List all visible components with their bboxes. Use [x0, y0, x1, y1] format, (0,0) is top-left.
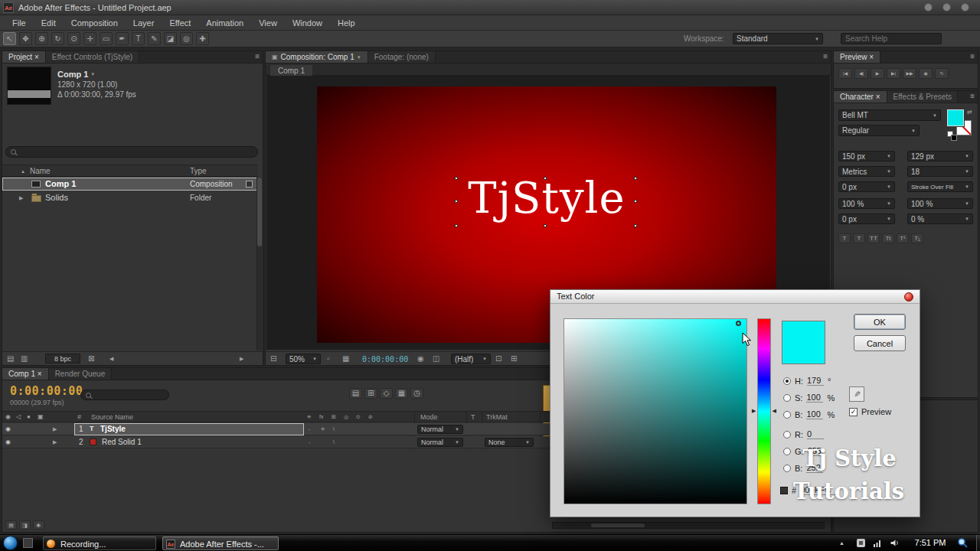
- eye-icon[interactable]: ◉: [5, 439, 11, 445]
- minimize-button[interactable]: [924, 3, 933, 11]
- swap-fill-stroke-icon[interactable]: ⇄: [967, 109, 972, 116]
- volume-icon[interactable]: [890, 538, 900, 548]
- quick-launch-icon[interactable]: [23, 538, 33, 548]
- loop-button[interactable]: ↻: [935, 68, 949, 79]
- grid-icon[interactable]: ▦: [342, 355, 349, 363]
- taskbar-button-recording[interactable]: Recording...: [43, 536, 156, 550]
- taskbar-clock[interactable]: 7:51 PM: [908, 538, 952, 547]
- column-name[interactable]: Name: [30, 167, 51, 175]
- brightness-radio[interactable]: [783, 411, 791, 419]
- network-icon[interactable]: [873, 538, 883, 548]
- timeline-hscrollbar[interactable]: [552, 522, 825, 529]
- column-mode[interactable]: Mode: [420, 413, 438, 421]
- layer-switch-icon[interactable]: \: [333, 439, 335, 445]
- tracking-select[interactable]: 18 ▼: [907, 166, 973, 177]
- menu-window[interactable]: Window: [285, 18, 330, 28]
- layer-color-chip[interactable]: [90, 439, 96, 445]
- puppet-tool-icon[interactable]: ✚: [196, 32, 209, 45]
- scroll-left-icon[interactable]: ◀: [109, 356, 113, 361]
- preview-checkbox[interactable]: ✓: [849, 408, 858, 416]
- viewer-timecode[interactable]: 0:00:00:00: [362, 355, 408, 364]
- selection-handle[interactable]: [634, 177, 637, 180]
- camera-tool-icon[interactable]: ⊙: [67, 32, 80, 45]
- maximize-button[interactable]: [942, 3, 951, 11]
- last-frame-button[interactable]: ▶▶: [903, 68, 916, 79]
- baseline-shift-select[interactable]: 0 px ▼: [838, 214, 895, 224]
- show-desktop-button[interactable]: [976, 535, 980, 551]
- hide-shy-layers-icon[interactable]: ◇: [380, 388, 393, 399]
- blue-radio[interactable]: [783, 465, 791, 472]
- next-frame-button[interactable]: ▶|: [887, 68, 900, 79]
- comp-text[interactable]: TjStyle: [317, 177, 776, 220]
- project-search-field[interactable]: [5, 146, 258, 158]
- tsume-select[interactable]: 0 % ▼: [907, 214, 973, 224]
- tab-composition[interactable]: ▣ Composition: Comp 1 ▼: [266, 51, 368, 63]
- selection-handle[interactable]: [544, 224, 547, 227]
- stroke-width-select[interactable]: 0 px ▼: [838, 181, 895, 192]
- hue-marker-left-icon[interactable]: ▶: [752, 408, 756, 413]
- tab-footage[interactable]: Footage: (none): [368, 51, 436, 63]
- leading-select[interactable]: 129 px ▼: [907, 151, 973, 161]
- font-family-select[interactable]: Bell MT ▼: [838, 109, 941, 121]
- selection-handle[interactable]: [455, 200, 458, 203]
- menu-effect[interactable]: Effect: [162, 18, 198, 28]
- column-source-name[interactable]: Source Name: [91, 413, 133, 421]
- color-field-marker[interactable]: [736, 321, 741, 326]
- selection-tool-icon[interactable]: ↖: [3, 32, 16, 45]
- show-channel-icon[interactable]: ◫: [433, 355, 439, 363]
- hue-radio[interactable]: [783, 377, 791, 385]
- taskbar-button-after-effects[interactable]: Ae Adobe After Effects -...: [162, 536, 279, 550]
- tab-effects-presets[interactable]: Effects & Presets: [887, 91, 958, 103]
- tab-effect-controls[interactable]: Effect Controls (TjStyle): [46, 51, 139, 63]
- faux-italic-button[interactable]: T: [853, 233, 865, 243]
- zoom-tool-icon[interactable]: ⊕: [35, 32, 48, 45]
- previous-frame-button[interactable]: ◀|: [854, 68, 868, 79]
- menu-composition[interactable]: Composition: [64, 18, 126, 28]
- tab-render-queue[interactable]: Render Queue: [49, 368, 113, 380]
- selection-handle[interactable]: [455, 224, 458, 227]
- magnifier-icon[interactable]: [957, 537, 969, 549]
- first-frame-button[interactable]: |◀: [838, 68, 852, 79]
- tab-preview[interactable]: Preview ×: [834, 51, 880, 63]
- vertical-scale-select[interactable]: 100 % ▼: [838, 198, 895, 209]
- scrollbar-thumb[interactable]: [591, 523, 645, 527]
- hue-slider[interactable]: ▶ ◀: [757, 318, 771, 504]
- subscript-button[interactable]: T₁: [911, 233, 923, 243]
- tab-timeline-comp[interactable]: Comp 1 ×: [2, 368, 49, 380]
- expand-inout-button[interactable]: ✚: [33, 520, 44, 530]
- dialog-close-button[interactable]: [904, 292, 913, 302]
- scroll-right-icon[interactable]: ▶: [240, 356, 243, 361]
- tab-character[interactable]: Character ×: [834, 91, 887, 103]
- column-t[interactable]: T: [471, 413, 475, 421]
- panel-menu-icon[interactable]: ≡: [823, 53, 828, 60]
- start-button[interactable]: [3, 536, 18, 550]
- selection-handle[interactable]: [455, 177, 458, 180]
- shape-tool-icon[interactable]: ▭: [100, 32, 113, 45]
- layer-switch-icon[interactable]: -: [309, 439, 310, 445]
- blend-mode-select[interactable]: Normal ▼: [417, 425, 463, 434]
- table-row[interactable]: Comp 1 Composition: [2, 178, 258, 191]
- audio-button[interactable]: ◉: [919, 68, 933, 79]
- motion-blur-icon[interactable]: ◷: [410, 388, 423, 399]
- always-preview-icon[interactable]: ⊟: [270, 355, 276, 363]
- eyedropper-button[interactable]: ✎: [849, 386, 864, 402]
- selection-handle[interactable]: [544, 177, 547, 180]
- column-trkmat[interactable]: TrkMat: [486, 413, 508, 421]
- cancel-button[interactable]: Cancel: [854, 335, 906, 351]
- layer-name-cell[interactable]: 1 T TjStyle: [74, 423, 304, 435]
- tray-app-icon[interactable]: [856, 538, 866, 548]
- pen-tool-icon[interactable]: ✒: [116, 32, 129, 45]
- trash-icon[interactable]: ⊠: [88, 355, 94, 363]
- expand-layers-button[interactable]: ▤: [5, 520, 17, 530]
- draft-3d-icon[interactable]: ⊞: [364, 388, 377, 399]
- bpc-field[interactable]: 8 bpc: [45, 354, 80, 364]
- twirl-icon[interactable]: ▶: [19, 195, 23, 201]
- font-size-select[interactable]: 150 px ▼: [838, 151, 895, 161]
- menu-animation[interactable]: Animation: [198, 18, 251, 28]
- trkmat-select[interactable]: None ▼: [485, 438, 534, 447]
- color-field[interactable]: [564, 318, 747, 504]
- snapshot-icon[interactable]: ◉: [417, 355, 424, 363]
- new-folder-icon[interactable]: ▥: [21, 355, 28, 363]
- expand-modes-button[interactable]: ◨: [19, 520, 31, 530]
- saturation-radio[interactable]: [783, 394, 791, 402]
